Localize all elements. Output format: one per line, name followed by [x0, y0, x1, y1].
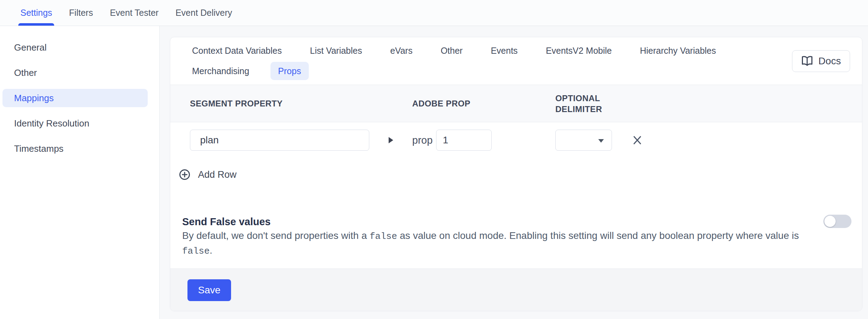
tab-props[interactable]: Props [270, 62, 309, 80]
nav-tab-event-tester[interactable]: Event Tester [110, 0, 159, 26]
desc-text: . [210, 245, 212, 256]
sidebar-item-timestamps[interactable]: Timestamps [0, 136, 159, 161]
column-header-adobe-prop: ADOBE PROP [412, 98, 492, 109]
docs-button[interactable]: Docs [792, 50, 850, 72]
sidebar-item-label: Identity Resolution [2, 114, 148, 132]
tab-other[interactable]: Other [441, 41, 463, 60]
nav-tab-settings[interactable]: Settings [20, 0, 52, 26]
main-area: General Other Mappings Identity Resoluti… [0, 26, 868, 319]
sidebar-item-general[interactable]: General [0, 35, 159, 60]
sidebar-item-mappings[interactable]: Mappings [0, 85, 159, 111]
nav-tab-event-delivery[interactable]: Event Delivery [175, 0, 232, 26]
open-book-icon [801, 56, 813, 67]
send-false-description: By default, we don't send properties wit… [182, 229, 819, 258]
tab-merchandising[interactable]: Merchandising [192, 62, 249, 80]
tab-hierarchy-variables[interactable]: Hierarchy Variables [640, 41, 716, 60]
mapping-table-row: prop [170, 122, 862, 160]
tab-evars[interactable]: eVars [390, 41, 412, 60]
desc-text: as value on cloud mode. Enabling this se… [397, 230, 799, 241]
sidebar-item-other[interactable]: Other [0, 60, 159, 85]
sidebar-item-label: Other [2, 64, 148, 82]
desc-code-false: false [370, 231, 397, 242]
sidebar-item-label: Timestamps [2, 139, 148, 158]
send-false-section: Send False values By default, we don't s… [182, 215, 851, 258]
sidebar-item-identity-resolution[interactable]: Identity Resolution [0, 111, 159, 136]
send-false-title: Send False values [182, 215, 819, 229]
docs-button-label: Docs [818, 56, 841, 67]
save-button[interactable]: Save [187, 279, 231, 301]
mapping-arrow-box [369, 137, 412, 143]
desc-text: By default, we don't send properties wit… [182, 230, 370, 241]
send-false-toggle[interactable] [823, 215, 851, 228]
tab-eventsv2-mobile[interactable]: EventsV2 Mobile [546, 41, 612, 60]
segment-property-input[interactable] [190, 130, 369, 151]
tab-list-variables[interactable]: List Variables [310, 41, 362, 60]
toggle-knob [824, 216, 836, 227]
chevron-down-icon [598, 139, 604, 143]
delimiter-dropdown[interactable] [555, 130, 612, 151]
column-header-segment-property: SEGMENT PROPERTY [190, 98, 369, 109]
add-row-button[interactable]: Add Row [179, 169, 862, 180]
circle-plus-icon [179, 169, 190, 180]
settings-sidebar: General Other Mappings Identity Resoluti… [0, 26, 160, 319]
desc-code-false: false [182, 246, 210, 256]
top-nav-bar: Settings Filters Event Tester Event Deli… [0, 0, 868, 26]
tab-context-data-variables[interactable]: Context Data Variables [192, 41, 282, 60]
variable-tabs-bar: Context Data Variables List Variables eV… [170, 37, 862, 85]
mapping-table-header: SEGMENT PROPERTY ADOBE PROP OPTIONAL DEL… [170, 85, 862, 122]
adobe-prop-group: prop [412, 130, 492, 151]
adobe-prop-number-input[interactable] [436, 130, 492, 151]
mappings-card: Context Data Variables List Variables eV… [170, 37, 862, 311]
nav-tab-filters[interactable]: Filters [69, 0, 93, 26]
tab-events[interactable]: Events [491, 41, 517, 60]
card-footer: Save [170, 268, 862, 311]
close-icon [632, 135, 642, 145]
sidebar-item-label: General [2, 38, 148, 57]
column-header-optional-delimiter: OPTIONAL DELIMITER [555, 93, 617, 115]
content-area: Context Data Variables List Variables eV… [160, 26, 868, 319]
arrow-right-icon [389, 137, 393, 143]
sidebar-item-label: Mappings [2, 89, 148, 107]
prop-prefix-label: prop [412, 135, 433, 146]
delete-row-button[interactable] [631, 134, 643, 146]
add-row-label: Add Row [198, 169, 237, 180]
send-false-text-block: Send False values By default, we don't s… [182, 215, 819, 258]
